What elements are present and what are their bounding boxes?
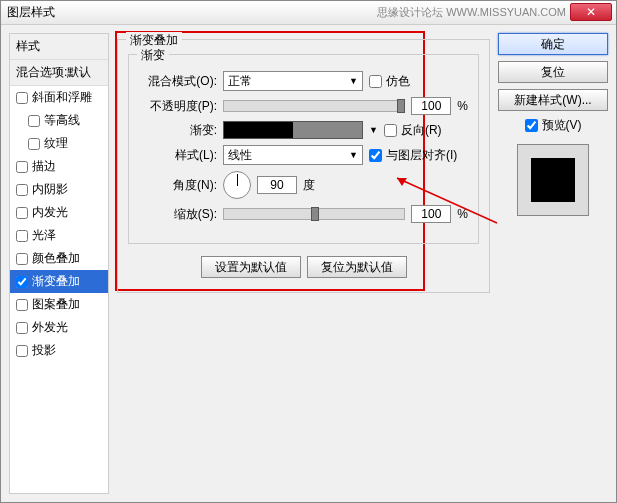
styles-sidebar: 样式 混合选项:默认 斜面和浮雕等高线纹理描边内阴影内发光光泽颜色叠加渐变叠加图…: [9, 33, 109, 494]
sidebar-item-9[interactable]: 图案叠加: [10, 293, 108, 316]
align-checkbox[interactable]: 与图层对齐(I): [369, 147, 457, 164]
style-dropdown[interactable]: 线性▼: [223, 145, 363, 165]
sidebar-label-5: 内发光: [32, 204, 68, 221]
scale-slider[interactable]: [223, 208, 405, 220]
sidebar-item-6[interactable]: 光泽: [10, 224, 108, 247]
sidebar-label-3: 描边: [32, 158, 56, 175]
sidebar-checkbox-8[interactable]: [16, 276, 28, 288]
sidebar-checkbox-7[interactable]: [16, 253, 28, 265]
cancel-button[interactable]: 复位: [498, 61, 608, 83]
angle-wheel[interactable]: [223, 171, 251, 199]
titlebar: 图层样式 思缘设计论坛 WWW.MISSYUAN.COM ✕: [1, 1, 616, 25]
close-button[interactable]: ✕: [570, 3, 612, 21]
dither-checkbox[interactable]: 仿色: [369, 73, 410, 90]
sidebar-checkbox-2[interactable]: [28, 138, 40, 150]
sidebar-label-9: 图案叠加: [32, 296, 80, 313]
right-buttons: 确定 复位 新建样式(W)... 预览(V): [498, 33, 608, 494]
inner-group-title: 渐变: [137, 47, 169, 64]
sidebar-label-7: 颜色叠加: [32, 250, 80, 267]
sidebar-item-1[interactable]: 等高线: [10, 109, 108, 132]
sidebar-label-8: 渐变叠加: [32, 273, 80, 290]
sidebar-label-11: 投影: [32, 342, 56, 359]
sidebar-checkbox-10[interactable]: [16, 322, 28, 334]
new-style-button[interactable]: 新建样式(W)...: [498, 89, 608, 111]
scale-value[interactable]: 100: [411, 205, 451, 223]
sidebar-item-3[interactable]: 描边: [10, 155, 108, 178]
sidebar-label-2: 纹理: [44, 135, 68, 152]
sidebar-label-4: 内阴影: [32, 181, 68, 198]
sidebar-label-10: 外发光: [32, 319, 68, 336]
sidebar-item-5[interactable]: 内发光: [10, 201, 108, 224]
sidebar-checkbox-11[interactable]: [16, 345, 28, 357]
reset-default-button[interactable]: 复位为默认值: [307, 256, 407, 278]
sidebar-item-2[interactable]: 纹理: [10, 132, 108, 155]
sidebar-checkbox-9[interactable]: [16, 299, 28, 311]
center-panel: 渐变叠加 渐变 混合模式(O): 正常▼ 仿色 不透明度(P): 100 %: [117, 33, 490, 494]
angle-label: 角度(N):: [139, 177, 217, 194]
gradient-overlay-group: 渐变叠加 渐变 混合模式(O): 正常▼ 仿色 不透明度(P): 100 %: [117, 39, 490, 293]
preview-swatch: [531, 158, 575, 202]
make-default-button[interactable]: 设置为默认值: [201, 256, 301, 278]
sidebar-header-blend[interactable]: 混合选项:默认: [10, 60, 108, 86]
opacity-value[interactable]: 100: [411, 97, 451, 115]
chevron-down-icon[interactable]: ▼: [369, 125, 378, 135]
sidebar-item-4[interactable]: 内阴影: [10, 178, 108, 201]
sidebar-checkbox-6[interactable]: [16, 230, 28, 242]
sidebar-label-1: 等高线: [44, 112, 80, 129]
angle-value[interactable]: 90: [257, 176, 297, 194]
sidebar-checkbox-1[interactable]: [28, 115, 40, 127]
opacity-label: 不透明度(P):: [139, 98, 217, 115]
sidebar-label-6: 光泽: [32, 227, 56, 244]
style-label: 样式(L):: [139, 147, 217, 164]
sidebar-header-styles[interactable]: 样式: [10, 34, 108, 60]
sidebar-item-7[interactable]: 颜色叠加: [10, 247, 108, 270]
chevron-down-icon: ▼: [349, 150, 358, 160]
opacity-slider[interactable]: [223, 100, 405, 112]
scale-label: 缩放(S):: [139, 206, 217, 223]
chevron-down-icon: ▼: [349, 76, 358, 86]
gradient-inner-group: 渐变 混合模式(O): 正常▼ 仿色 不透明度(P): 100 % 渐变:: [128, 54, 479, 244]
sidebar-checkbox-5[interactable]: [16, 207, 28, 219]
sidebar-checkbox-4[interactable]: [16, 184, 28, 196]
blend-mode-label: 混合模式(O):: [139, 73, 217, 90]
sidebar-checkbox-3[interactable]: [16, 161, 28, 173]
sidebar-label-0: 斜面和浮雕: [32, 89, 92, 106]
gradient-picker[interactable]: [223, 121, 363, 139]
blend-mode-dropdown[interactable]: 正常▼: [223, 71, 363, 91]
reverse-checkbox[interactable]: 反向(R): [384, 122, 442, 139]
ok-button[interactable]: 确定: [498, 33, 608, 55]
preview-box: [517, 144, 589, 216]
sidebar-checkbox-0[interactable]: [16, 92, 28, 104]
sidebar-item-8[interactable]: 渐变叠加: [10, 270, 108, 293]
sidebar-item-0[interactable]: 斜面和浮雕: [10, 86, 108, 109]
sidebar-item-10[interactable]: 外发光: [10, 316, 108, 339]
preview-checkbox[interactable]: 预览(V): [498, 117, 608, 134]
gradient-label: 渐变:: [139, 122, 217, 139]
sidebar-item-11[interactable]: 投影: [10, 339, 108, 362]
watermark: 思缘设计论坛 WWW.MISSYUAN.COM: [377, 5, 566, 20]
